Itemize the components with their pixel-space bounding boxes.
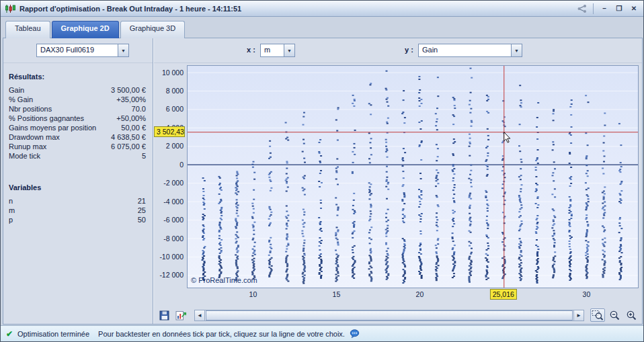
titlebar: Rapport d'optimisation - Break Out Intra… — [1, 1, 643, 17]
variable-row-label: n — [9, 196, 13, 206]
x-axis-select-label: x : — [247, 46, 255, 54]
result-row-value: 3 500,00 € — [111, 85, 146, 95]
y-axis-select-value: Gain — [419, 44, 511, 56]
chart-toolbar: ◄ ► — [153, 306, 642, 324]
variable-row: n21 — [9, 196, 146, 206]
variable-row-value: 21 — [138, 196, 146, 206]
tabbar: TableauGraphique 2DGraphique 3D — [5, 21, 185, 38]
variables-list: n21m25p50 — [9, 196, 146, 224]
y-axis-labels: 10 0008 0006 0004 0002 0000-2 000-4 000-… — [153, 65, 186, 288]
result-row: % Positions gagnantes+50,00% — [9, 114, 146, 123]
plot-area[interactable]: © ProRealTime.com — [187, 65, 639, 288]
result-row-label: % Gain — [9, 95, 33, 104]
result-row: Mode tick5 — [9, 151, 146, 161]
tab-graphique-2d[interactable]: Graphique 2D — [52, 21, 119, 38]
close-button[interactable]: ✕ — [629, 3, 639, 13]
result-row: Drawdown max4 638,50 € — [9, 132, 146, 142]
y-tick-label: 0 — [179, 161, 184, 169]
result-row-label: Runup max — [9, 142, 46, 151]
top-strip: DAX30 Full0619 ▼ x : m ▼ y : Gain ▼ — [3, 38, 642, 63]
watermark: © ProRealTime.com — [191, 276, 257, 284]
result-row-label: % Positions gagnantes — [9, 114, 84, 123]
result-row: Gain3 500,00 € — [9, 85, 146, 95]
y-tick-label: -8 000 — [163, 234, 184, 243]
result-row-value: 70.0 — [132, 104, 146, 114]
titlebar-separator — [593, 3, 594, 14]
maximize-button[interactable]: ❐ — [614, 3, 625, 13]
save-button[interactable] — [157, 308, 171, 322]
status-hint: Pour backtester en données tick par tick… — [98, 330, 345, 338]
chevron-down-icon: ▼ — [118, 44, 128, 56]
y-tick-label: -10 000 — [159, 253, 184, 261]
x-axis-select-value: m — [261, 44, 284, 56]
tab-graphique-3d[interactable]: Graphique 3D — [120, 21, 186, 38]
minimize-button[interactable]: – — [599, 3, 610, 13]
horizontal-scrollbar[interactable]: ◄ ► — [194, 310, 584, 321]
y-axis-select[interactable]: Gain ▼ — [418, 44, 522, 57]
window-title: Rapport d'optimisation - Break Out Intra… — [19, 5, 241, 13]
result-row-label: Mode tick — [9, 151, 40, 161]
result-row-value: 4 638,50 € — [111, 132, 146, 142]
variable-row-label: p — [9, 215, 13, 224]
x-tick-label: 15 — [333, 290, 341, 298]
result-row-label: Gain — [9, 85, 24, 95]
export-chart-button[interactable] — [173, 308, 188, 322]
scroll-right-button[interactable]: ► — [573, 310, 583, 320]
y-tick-label: 8 000 — [166, 87, 184, 95]
result-row-label: Gains moyens par position — [9, 123, 96, 132]
y-tick-label: -4 000 — [163, 198, 184, 206]
y-tick-label: 6 000 — [166, 105, 184, 113]
scrollbar-track[interactable] — [205, 310, 573, 320]
y-tick-label: -6 000 — [163, 216, 184, 224]
mouse-cursor — [504, 132, 510, 142]
result-row-label: Nbr positions — [9, 104, 52, 114]
result-row-value: 6 075,00 € — [111, 142, 146, 151]
y-tick-label: 10 000 — [162, 69, 184, 77]
result-row: % Gain+35,00% — [9, 95, 146, 104]
status-text: Optimisation terminée — [17, 330, 89, 338]
instrument-select[interactable]: DAX30 Full0619 ▼ — [36, 44, 129, 57]
chat-bubble-icon — [350, 329, 360, 339]
y-axis-select-label: y : — [405, 46, 413, 54]
optimization-report-window: Rapport d'optimisation - Break Out Intra… — [0, 0, 644, 342]
app-icon — [5, 4, 15, 13]
crosshair-y-label: 3 502,43 — [154, 126, 185, 137]
zoom-in-button[interactable] — [624, 308, 639, 322]
variable-row-label: m — [9, 206, 15, 215]
chevron-down-icon: ▼ — [284, 44, 294, 56]
instrument-value: DAX30 Full0619 — [37, 44, 118, 56]
statusbar: ✔ Optimisation terminée Pour backtester … — [1, 325, 643, 341]
check-icon: ✔ — [6, 329, 13, 339]
result-row-value: +35,00% — [116, 95, 146, 104]
result-row: Gains moyens par position50,00 € — [9, 123, 146, 132]
x-tick-label: 20 — [416, 290, 424, 298]
result-row-value: 50,00 € — [121, 123, 146, 132]
tab-tableau[interactable]: Tableau — [5, 21, 50, 38]
zoom-out-button[interactable] — [607, 308, 622, 322]
scrollbar-thumb[interactable] — [206, 310, 573, 320]
crosshair-x-label: 25,016 — [490, 289, 517, 300]
scroll-left-button[interactable]: ◄ — [195, 310, 205, 320]
results-list: Gain3 500,00 €% Gain+35,00%Nbr positions… — [9, 85, 146, 161]
share-icon[interactable] — [577, 4, 588, 13]
x-tick-label: 30 — [583, 290, 591, 298]
y-tick-label: -2 000 — [163, 179, 184, 187]
variable-row-value: 25 — [138, 206, 146, 215]
x-axis-labels: 10152030 — [187, 290, 639, 300]
variable-row: p50 — [9, 215, 146, 224]
chart-panel: 10 0008 0006 0004 0002 0000-2 000-4 000-… — [153, 63, 642, 324]
chevron-down-icon: ▼ — [511, 44, 522, 56]
variables-title: Variables — [9, 183, 146, 191]
main-panel: DAX30 Full0619 ▼ x : m ▼ y : Gain ▼ Résu… — [3, 38, 643, 325]
result-row-value: 5 — [142, 151, 146, 161]
y-tick-label: 2 000 — [166, 142, 184, 150]
result-row: Nbr positions70.0 — [9, 104, 146, 114]
result-row-label: Drawdown max — [9, 132, 60, 142]
results-title: Résultats: — [9, 73, 146, 81]
variable-row: m25 — [9, 206, 146, 215]
y-tick-label: -12 000 — [159, 271, 184, 279]
scatter-canvas[interactable] — [188, 66, 639, 288]
zoom-selection-button[interactable] — [590, 308, 605, 322]
x-axis-select[interactable]: m ▼ — [260, 44, 295, 57]
result-row-value: +50,00% — [116, 114, 146, 123]
